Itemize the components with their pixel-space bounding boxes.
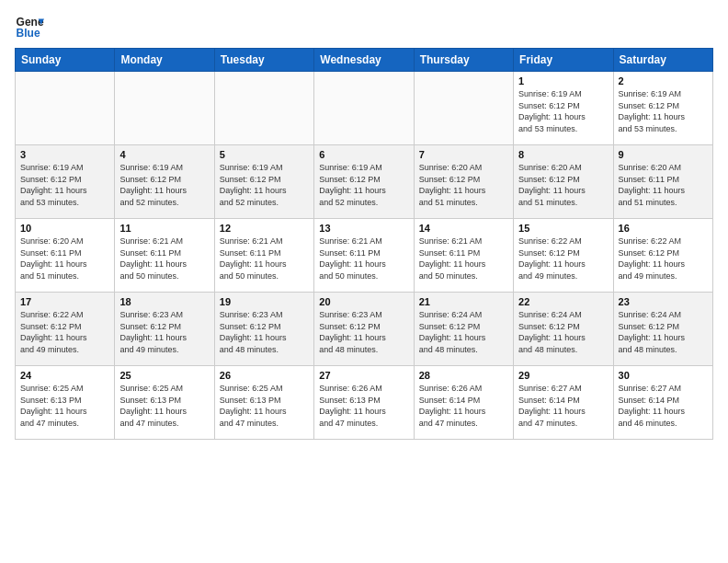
day-info: Sunrise: 6:27 AM Sunset: 6:14 PM Dayligh… [518, 383, 608, 429]
day-number: 17 [20, 296, 109, 307]
calendar-cell [115, 72, 214, 145]
calendar-cell: 3Sunrise: 6:19 AM Sunset: 6:12 PM Daylig… [16, 145, 115, 219]
day-info: Sunrise: 6:19 AM Sunset: 6:12 PM Dayligh… [220, 162, 309, 208]
day-number: 15 [518, 223, 608, 234]
weekday-header-saturday: Saturday [613, 49, 712, 72]
calendar-cell: 10Sunrise: 6:20 AM Sunset: 6:11 PM Dayli… [16, 219, 115, 293]
day-number: 24 [20, 370, 109, 381]
weekday-header-thursday: Thursday [414, 49, 513, 72]
day-info: Sunrise: 6:19 AM Sunset: 6:12 PM Dayligh… [518, 88, 608, 134]
calendar-cell: 27Sunrise: 6:26 AM Sunset: 6:13 PM Dayli… [314, 366, 414, 440]
calendar-cell: 15Sunrise: 6:22 AM Sunset: 6:12 PM Dayli… [514, 219, 613, 293]
weekday-header-friday: Friday [514, 49, 613, 72]
calendar-cell: 5Sunrise: 6:19 AM Sunset: 6:12 PM Daylig… [214, 145, 313, 219]
calendar-cell: 8Sunrise: 6:20 AM Sunset: 6:12 PM Daylig… [514, 145, 613, 219]
day-number: 10 [20, 223, 109, 234]
calendar-cell: 4Sunrise: 6:19 AM Sunset: 6:12 PM Daylig… [115, 145, 214, 219]
header: General Blue [15, 9, 713, 42]
day-number: 12 [220, 223, 309, 234]
calendar-cell: 2Sunrise: 6:19 AM Sunset: 6:12 PM Daylig… [613, 72, 712, 145]
day-number: 26 [220, 370, 309, 381]
calendar-cell: 21Sunrise: 6:24 AM Sunset: 6:12 PM Dayli… [414, 293, 513, 366]
calendar-cell: 14Sunrise: 6:21 AM Sunset: 6:11 PM Dayli… [414, 219, 513, 293]
day-info: Sunrise: 6:22 AM Sunset: 6:12 PM Dayligh… [619, 236, 708, 282]
weekday-header-tuesday: Tuesday [214, 49, 313, 72]
calendar: SundayMondayTuesdayWednesdayThursdayFrid… [15, 48, 713, 440]
day-number: 2 [619, 75, 708, 86]
calendar-cell: 13Sunrise: 6:21 AM Sunset: 6:11 PM Dayli… [314, 219, 414, 293]
day-info: Sunrise: 6:21 AM Sunset: 6:11 PM Dayligh… [119, 236, 209, 282]
calendar-cell: 23Sunrise: 6:24 AM Sunset: 6:12 PM Dayli… [613, 293, 712, 366]
calendar-cell: 25Sunrise: 6:25 AM Sunset: 6:13 PM Dayli… [115, 366, 214, 440]
day-info: Sunrise: 6:20 AM Sunset: 6:12 PM Dayligh… [518, 162, 608, 208]
weekday-header-sunday: Sunday [16, 49, 115, 72]
calendar-cell: 12Sunrise: 6:21 AM Sunset: 6:11 PM Dayli… [214, 219, 313, 293]
day-number: 7 [419, 149, 508, 160]
day-info: Sunrise: 6:25 AM Sunset: 6:13 PM Dayligh… [220, 383, 309, 429]
calendar-cell [414, 72, 513, 145]
day-info: Sunrise: 6:23 AM Sunset: 6:12 PM Dayligh… [220, 309, 309, 355]
day-number: 4 [119, 149, 209, 160]
logo-icon: General Blue [15, 13, 44, 42]
calendar-cell: 30Sunrise: 6:27 AM Sunset: 6:14 PM Dayli… [613, 366, 712, 440]
day-info: Sunrise: 6:23 AM Sunset: 6:12 PM Dayligh… [319, 309, 408, 355]
day-info: Sunrise: 6:24 AM Sunset: 6:12 PM Dayligh… [419, 309, 508, 355]
calendar-cell: 26Sunrise: 6:25 AM Sunset: 6:13 PM Dayli… [214, 366, 313, 440]
day-info: Sunrise: 6:19 AM Sunset: 6:12 PM Dayligh… [20, 162, 109, 208]
day-number: 14 [419, 223, 508, 234]
day-info: Sunrise: 6:24 AM Sunset: 6:12 PM Dayligh… [619, 309, 708, 355]
day-number: 20 [319, 296, 408, 307]
calendar-cell: 6Sunrise: 6:19 AM Sunset: 6:12 PM Daylig… [314, 145, 414, 219]
day-info: Sunrise: 6:22 AM Sunset: 6:12 PM Dayligh… [518, 236, 608, 282]
day-number: 30 [619, 370, 708, 381]
day-number: 18 [119, 296, 209, 307]
calendar-cell [214, 72, 313, 145]
day-number: 25 [119, 370, 209, 381]
day-info: Sunrise: 6:20 AM Sunset: 6:11 PM Dayligh… [619, 162, 708, 208]
day-info: Sunrise: 6:19 AM Sunset: 6:12 PM Dayligh… [619, 88, 708, 134]
day-info: Sunrise: 6:19 AM Sunset: 6:12 PM Dayligh… [119, 162, 209, 208]
day-number: 23 [619, 296, 708, 307]
day-number: 3 [20, 149, 109, 160]
day-number: 8 [518, 149, 608, 160]
page: General Blue SundayMondayTuesdayWednesda… [0, 0, 728, 563]
day-info: Sunrise: 6:21 AM Sunset: 6:11 PM Dayligh… [319, 236, 408, 282]
calendar-cell: 29Sunrise: 6:27 AM Sunset: 6:14 PM Dayli… [514, 366, 613, 440]
day-number: 9 [619, 149, 708, 160]
week-row-2: 3Sunrise: 6:19 AM Sunset: 6:12 PM Daylig… [16, 145, 713, 219]
day-info: Sunrise: 6:26 AM Sunset: 6:13 PM Dayligh… [319, 383, 408, 429]
day-number: 21 [419, 296, 508, 307]
day-info: Sunrise: 6:25 AM Sunset: 6:13 PM Dayligh… [119, 383, 209, 429]
day-number: 11 [119, 223, 209, 234]
calendar-cell: 22Sunrise: 6:24 AM Sunset: 6:12 PM Dayli… [514, 293, 613, 366]
week-row-1: 1Sunrise: 6:19 AM Sunset: 6:12 PM Daylig… [16, 72, 713, 145]
weekday-header-row: SundayMondayTuesdayWednesdayThursdayFrid… [16, 49, 713, 72]
week-row-4: 17Sunrise: 6:22 AM Sunset: 6:12 PM Dayli… [16, 293, 713, 366]
weekday-header-wednesday: Wednesday [314, 49, 414, 72]
calendar-cell [16, 72, 115, 145]
day-number: 28 [419, 370, 508, 381]
svg-text:Blue: Blue [17, 27, 40, 40]
logo: General Blue [15, 13, 46, 42]
day-number: 29 [518, 370, 608, 381]
day-info: Sunrise: 6:27 AM Sunset: 6:14 PM Dayligh… [619, 383, 708, 429]
calendar-cell: 20Sunrise: 6:23 AM Sunset: 6:12 PM Dayli… [314, 293, 414, 366]
calendar-cell: 16Sunrise: 6:22 AM Sunset: 6:12 PM Dayli… [613, 219, 712, 293]
calendar-cell: 7Sunrise: 6:20 AM Sunset: 6:12 PM Daylig… [414, 145, 513, 219]
day-info: Sunrise: 6:24 AM Sunset: 6:12 PM Dayligh… [518, 309, 608, 355]
calendar-cell [314, 72, 414, 145]
day-number: 6 [319, 149, 408, 160]
day-info: Sunrise: 6:22 AM Sunset: 6:12 PM Dayligh… [20, 309, 109, 355]
calendar-cell: 18Sunrise: 6:23 AM Sunset: 6:12 PM Dayli… [115, 293, 214, 366]
day-info: Sunrise: 6:21 AM Sunset: 6:11 PM Dayligh… [220, 236, 309, 282]
calendar-cell: 19Sunrise: 6:23 AM Sunset: 6:12 PM Dayli… [214, 293, 313, 366]
calendar-cell: 24Sunrise: 6:25 AM Sunset: 6:13 PM Dayli… [16, 366, 115, 440]
week-row-3: 10Sunrise: 6:20 AM Sunset: 6:11 PM Dayli… [16, 219, 713, 293]
day-info: Sunrise: 6:23 AM Sunset: 6:12 PM Dayligh… [119, 309, 209, 355]
week-row-5: 24Sunrise: 6:25 AM Sunset: 6:13 PM Dayli… [16, 366, 713, 440]
day-number: 5 [220, 149, 309, 160]
calendar-cell: 1Sunrise: 6:19 AM Sunset: 6:12 PM Daylig… [514, 72, 613, 145]
calendar-cell: 28Sunrise: 6:26 AM Sunset: 6:14 PM Dayli… [414, 366, 513, 440]
day-info: Sunrise: 6:19 AM Sunset: 6:12 PM Dayligh… [319, 162, 408, 208]
day-number: 22 [518, 296, 608, 307]
